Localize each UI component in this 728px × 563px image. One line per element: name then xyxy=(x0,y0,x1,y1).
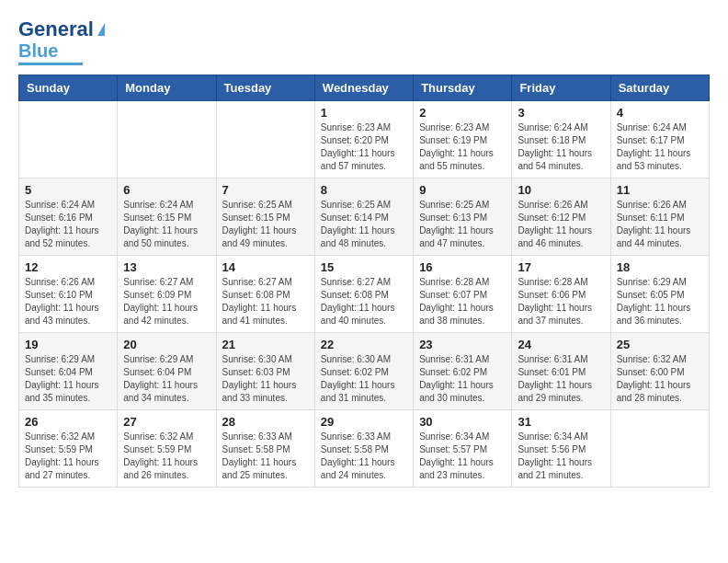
calendar-cell: 12Sunrise: 6:26 AM Sunset: 6:10 PM Dayli… xyxy=(19,256,118,333)
calendar-cell: 16Sunrise: 6:28 AM Sunset: 6:07 PM Dayli… xyxy=(414,256,512,333)
day-info: Sunrise: 6:32 AM Sunset: 5:59 PM Dayligh… xyxy=(25,431,111,482)
day-number: 29 xyxy=(321,415,407,429)
day-info: Sunrise: 6:25 AM Sunset: 6:14 PM Dayligh… xyxy=(321,199,407,250)
day-number: 2 xyxy=(419,106,506,120)
day-number: 6 xyxy=(123,183,210,197)
weekday-header-sunday: Sunday xyxy=(19,75,118,101)
calendar-cell xyxy=(216,101,314,178)
calendar-cell: 28Sunrise: 6:33 AM Sunset: 5:58 PM Dayli… xyxy=(216,410,314,488)
calendar-cell: 19Sunrise: 6:29 AM Sunset: 6:04 PM Dayli… xyxy=(19,333,118,410)
day-number: 22 xyxy=(321,338,407,351)
day-info: Sunrise: 6:27 AM Sunset: 6:08 PM Dayligh… xyxy=(222,276,309,327)
calendar-table: SundayMondayTuesdayWednesdayThursdayFrid… xyxy=(18,75,710,488)
calendar-cell: 17Sunrise: 6:28 AM Sunset: 6:06 PM Dayli… xyxy=(512,256,610,333)
day-info: Sunrise: 6:27 AM Sunset: 6:08 PM Dayligh… xyxy=(321,276,407,327)
day-number: 7 xyxy=(222,183,309,197)
day-info: Sunrise: 6:29 AM Sunset: 6:04 PM Dayligh… xyxy=(123,353,210,405)
weekday-header-wednesday: Wednesday xyxy=(314,75,413,101)
weekday-header-monday: Monday xyxy=(118,75,216,101)
calendar-cell: 29Sunrise: 6:33 AM Sunset: 5:58 PM Dayli… xyxy=(314,410,413,488)
day-number: 27 xyxy=(123,415,210,429)
day-info: Sunrise: 6:34 AM Sunset: 5:57 PM Dayligh… xyxy=(419,431,506,482)
calendar-cell: 8Sunrise: 6:25 AM Sunset: 6:14 PM Daylig… xyxy=(314,178,413,256)
weekday-header-saturday: Saturday xyxy=(610,75,709,101)
logo-blue-text: Blue xyxy=(18,40,58,61)
calendar-cell: 6Sunrise: 6:24 AM Sunset: 6:15 PM Daylig… xyxy=(118,178,216,256)
day-number: 12 xyxy=(25,260,111,274)
logo-text: General xyxy=(18,18,94,40)
calendar-cell: 30Sunrise: 6:34 AM Sunset: 5:57 PM Dayli… xyxy=(414,410,512,488)
day-number: 16 xyxy=(419,260,506,274)
day-info: Sunrise: 6:25 AM Sunset: 6:13 PM Dayligh… xyxy=(419,199,506,250)
calendar-cell: 20Sunrise: 6:29 AM Sunset: 6:04 PM Dayli… xyxy=(118,333,216,410)
day-number: 3 xyxy=(518,106,604,120)
day-number: 8 xyxy=(321,183,407,197)
calendar-week-row: 1Sunrise: 6:23 AM Sunset: 6:20 PM Daylig… xyxy=(19,101,710,178)
day-number: 10 xyxy=(518,183,604,197)
calendar-cell: 22Sunrise: 6:30 AM Sunset: 6:02 PM Dayli… xyxy=(314,333,413,410)
day-info: Sunrise: 6:24 AM Sunset: 6:15 PM Dayligh… xyxy=(123,199,210,250)
day-number: 5 xyxy=(25,183,111,197)
logo: General Blue xyxy=(18,18,105,65)
calendar-header-row: SundayMondayTuesdayWednesdayThursdayFrid… xyxy=(19,75,710,101)
calendar-cell xyxy=(19,101,118,178)
day-info: Sunrise: 6:23 AM Sunset: 6:19 PM Dayligh… xyxy=(419,121,506,173)
day-number: 30 xyxy=(419,415,506,429)
calendar-cell: 25Sunrise: 6:32 AM Sunset: 6:00 PM Dayli… xyxy=(610,333,709,410)
calendar-cell: 4Sunrise: 6:24 AM Sunset: 6:17 PM Daylig… xyxy=(610,101,709,178)
day-number: 28 xyxy=(222,415,309,429)
day-number: 11 xyxy=(617,183,703,197)
calendar-cell: 10Sunrise: 6:26 AM Sunset: 6:12 PM Dayli… xyxy=(512,178,610,256)
day-info: Sunrise: 6:24 AM Sunset: 6:16 PM Dayligh… xyxy=(25,199,111,250)
day-info: Sunrise: 6:29 AM Sunset: 6:04 PM Dayligh… xyxy=(25,353,111,405)
day-number: 20 xyxy=(123,338,210,351)
calendar-cell: 26Sunrise: 6:32 AM Sunset: 5:59 PM Dayli… xyxy=(19,410,118,488)
day-info: Sunrise: 6:32 AM Sunset: 6:00 PM Dayligh… xyxy=(617,353,703,405)
day-number: 19 xyxy=(25,338,111,351)
calendar-week-row: 5Sunrise: 6:24 AM Sunset: 6:16 PM Daylig… xyxy=(19,178,710,256)
calendar-cell: 18Sunrise: 6:29 AM Sunset: 6:05 PM Dayli… xyxy=(610,256,709,333)
day-number: 23 xyxy=(419,338,506,351)
day-number: 1 xyxy=(321,106,407,120)
calendar-cell xyxy=(118,101,216,178)
calendar-week-row: 12Sunrise: 6:26 AM Sunset: 6:10 PM Dayli… xyxy=(19,256,710,333)
day-info: Sunrise: 6:26 AM Sunset: 6:10 PM Dayligh… xyxy=(25,276,111,327)
day-info: Sunrise: 6:29 AM Sunset: 6:05 PM Dayligh… xyxy=(617,276,703,327)
day-info: Sunrise: 6:33 AM Sunset: 5:58 PM Dayligh… xyxy=(321,431,407,482)
day-number: 4 xyxy=(617,106,703,120)
day-info: Sunrise: 6:32 AM Sunset: 5:59 PM Dayligh… xyxy=(123,431,210,482)
calendar-cell: 15Sunrise: 6:27 AM Sunset: 6:08 PM Dayli… xyxy=(314,256,413,333)
day-info: Sunrise: 6:30 AM Sunset: 6:03 PM Dayligh… xyxy=(222,353,309,405)
day-number: 25 xyxy=(617,338,703,351)
logo-underline xyxy=(18,63,83,65)
day-info: Sunrise: 6:28 AM Sunset: 6:07 PM Dayligh… xyxy=(419,276,506,327)
calendar-cell: 11Sunrise: 6:26 AM Sunset: 6:11 PM Dayli… xyxy=(610,178,709,256)
day-number: 9 xyxy=(419,183,506,197)
calendar-cell: 13Sunrise: 6:27 AM Sunset: 6:09 PM Dayli… xyxy=(118,256,216,333)
day-number: 14 xyxy=(222,260,309,274)
calendar-cell: 14Sunrise: 6:27 AM Sunset: 6:08 PM Dayli… xyxy=(216,256,314,333)
day-info: Sunrise: 6:31 AM Sunset: 6:02 PM Dayligh… xyxy=(419,353,506,405)
calendar-week-row: 26Sunrise: 6:32 AM Sunset: 5:59 PM Dayli… xyxy=(19,410,710,488)
calendar-cell: 24Sunrise: 6:31 AM Sunset: 6:01 PM Dayli… xyxy=(512,333,610,410)
weekday-header-thursday: Thursday xyxy=(414,75,512,101)
calendar-cell: 23Sunrise: 6:31 AM Sunset: 6:02 PM Dayli… xyxy=(414,333,512,410)
day-info: Sunrise: 6:26 AM Sunset: 6:12 PM Dayligh… xyxy=(518,199,604,250)
day-info: Sunrise: 6:24 AM Sunset: 6:17 PM Dayligh… xyxy=(617,121,703,173)
day-number: 21 xyxy=(222,338,309,351)
calendar-cell: 5Sunrise: 6:24 AM Sunset: 6:16 PM Daylig… xyxy=(19,178,118,256)
day-info: Sunrise: 6:25 AM Sunset: 6:15 PM Dayligh… xyxy=(222,199,309,250)
calendar-cell: 9Sunrise: 6:25 AM Sunset: 6:13 PM Daylig… xyxy=(414,178,512,256)
calendar-cell: 2Sunrise: 6:23 AM Sunset: 6:19 PM Daylig… xyxy=(414,101,512,178)
calendar-cell: 21Sunrise: 6:30 AM Sunset: 6:03 PM Dayli… xyxy=(216,333,314,410)
day-info: Sunrise: 6:31 AM Sunset: 6:01 PM Dayligh… xyxy=(518,353,604,405)
day-number: 18 xyxy=(617,260,703,274)
calendar-cell: 7Sunrise: 6:25 AM Sunset: 6:15 PM Daylig… xyxy=(216,178,314,256)
day-number: 31 xyxy=(518,415,604,429)
day-info: Sunrise: 6:26 AM Sunset: 6:11 PM Dayligh… xyxy=(617,199,703,250)
day-number: 17 xyxy=(518,260,604,274)
calendar-cell: 3Sunrise: 6:24 AM Sunset: 6:18 PM Daylig… xyxy=(512,101,610,178)
calendar-cell: 1Sunrise: 6:23 AM Sunset: 6:20 PM Daylig… xyxy=(314,101,413,178)
day-info: Sunrise: 6:27 AM Sunset: 6:09 PM Dayligh… xyxy=(123,276,210,327)
day-info: Sunrise: 6:28 AM Sunset: 6:06 PM Dayligh… xyxy=(518,276,604,327)
